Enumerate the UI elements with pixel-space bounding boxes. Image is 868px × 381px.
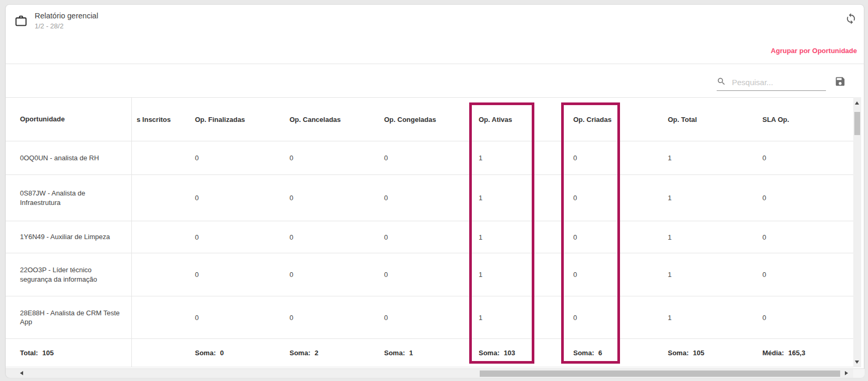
search-input[interactable] (731, 77, 826, 87)
cell-congeladas: 0 (375, 175, 469, 221)
footer-soma-ativas: Soma: 103 (469, 339, 564, 367)
cell-criadas: 0 (564, 141, 658, 174)
cell-criadas: 0 (564, 253, 658, 296)
footer-label: Soma: (290, 349, 311, 357)
table-row: 28E88H - Analista de CRM Teste App 0 0 0… (6, 296, 853, 339)
footer-soma-congeladas: Soma: 1 (375, 339, 469, 367)
first-column-separator (131, 97, 132, 367)
cell-oportunidade: 22OO3P - Líder técnico segurança da info… (6, 253, 131, 296)
cell-sla: 0 (753, 175, 848, 221)
cell-sla: 0 (753, 141, 848, 174)
cell-finalizadas: 0 (185, 175, 280, 221)
cell-sla: 0 (753, 253, 848, 296)
column-header-inscritos: s Inscritos (131, 98, 185, 141)
footer-label: Média: (762, 349, 784, 357)
column-header-op-canceladas: Op. Canceladas (280, 98, 375, 141)
column-header-op-ativas: Op. Ativas (469, 98, 564, 141)
refresh-button[interactable] (842, 11, 859, 27)
cell-criadas: 0 (564, 221, 658, 253)
search-field[interactable] (717, 74, 826, 91)
table-header-row: Oportunidade s Inscritos Op. Finalizadas… (6, 97, 853, 141)
column-header-op-finalizadas: Op. Finalizadas (185, 98, 280, 141)
cell-oportunidade: 28E88H - Analista de CRM Teste App (6, 296, 131, 338)
cell-finalizadas: 0 (185, 296, 280, 338)
footer-soma-canceladas: Soma: 2 (280, 339, 375, 367)
cell-ativas: 1 (469, 221, 564, 253)
footer-soma-criadas: Soma: 6 (564, 339, 658, 367)
footer-value: 0 (220, 349, 224, 357)
footer-soma-finalizadas: Soma: 0 (185, 339, 280, 367)
column-header-op-congeladas: Op. Congeladas (375, 98, 469, 141)
footer-value: 2 (315, 349, 318, 357)
column-header-sla-op: SLA Op. (753, 98, 848, 141)
cell-sla: 0 (753, 221, 848, 253)
vertical-scrollbar[interactable] (853, 97, 861, 367)
cell-inscritos (131, 221, 185, 253)
footer-value: 165,3 (788, 349, 805, 357)
cell-inscritos (131, 141, 185, 174)
cell-finalizadas: 0 (185, 253, 280, 296)
footer-inscritos (131, 339, 185, 367)
group-by-opportunity-link[interactable]: Agrupar por Oportunidade (771, 47, 857, 55)
cell-canceladas: 0 (280, 296, 375, 338)
report-card: Relatório gerencial 1/2 - 28/2 Agrupar p… (5, 4, 864, 377)
page-title: Relatório gerencial (35, 12, 98, 20)
footer-label: Soma: (573, 349, 594, 357)
cell-canceladas: 0 (280, 253, 375, 296)
cell-total: 1 (658, 253, 753, 296)
footer-total: Total: 105 (6, 339, 131, 367)
vertical-scrollbar-thumb[interactable] (854, 112, 860, 135)
footer-label: Soma: (195, 349, 216, 357)
footer-soma-total: Soma: 105 (658, 339, 753, 367)
save-button[interactable] (831, 73, 849, 91)
table-row: 1Y6N49 - Auxiliar de Limpeza 0 0 0 1 0 1… (6, 221, 853, 253)
cell-inscritos (131, 296, 185, 338)
scroll-up-arrow-icon[interactable] (855, 101, 859, 105)
cell-inscritos (131, 175, 185, 221)
scroll-down-arrow-icon[interactable] (855, 361, 859, 364)
scroll-right-arrow-icon[interactable] (845, 371, 848, 375)
horizontal-scrollbar[interactable] (6, 368, 865, 378)
cell-criadas: 0 (564, 175, 658, 221)
footer-label: Soma: (668, 349, 689, 357)
footer-value: 103 (504, 349, 515, 357)
scrollbar-corner (853, 369, 864, 378)
cell-congeladas: 0 (375, 253, 469, 296)
table-footer-row: Total: 105 Soma: 0 Soma: 2 Soma: 1 Soma: (6, 339, 853, 367)
cell-criadas: 0 (564, 296, 658, 338)
column-header-op-criadas: Op. Criadas (564, 98, 658, 141)
cell-ativas: 1 (469, 141, 564, 174)
cell-oportunidade: 0S87JW - Analista de Infraestrutura (6, 175, 131, 221)
save-icon (834, 81, 846, 89)
header-divider (6, 64, 864, 64)
footer-label: Soma: (479, 349, 500, 357)
scroll-left-arrow-icon[interactable] (20, 371, 23, 375)
cell-total: 1 (658, 175, 753, 221)
table-row: 0S87JW - Analista de Infraestrutura 0 0 … (6, 175, 853, 221)
table-row: 0OQ0UN - analista de RH 0 0 0 1 0 1 0 (6, 141, 853, 175)
date-range: 1/2 - 28/2 (35, 22, 64, 30)
column-header-oportunidade: Oportunidade (6, 98, 131, 141)
report-table: Oportunidade s Inscritos Op. Finalizadas… (6, 97, 853, 367)
cell-oportunidade: 1Y6N49 - Auxiliar de Limpeza (6, 221, 131, 253)
cell-ativas: 1 (469, 175, 564, 221)
cell-total: 1 (658, 296, 753, 338)
cell-total: 1 (658, 141, 753, 174)
cell-finalizadas: 0 (185, 141, 280, 174)
footer-value: 6 (598, 349, 602, 357)
horizontal-scrollbar-thumb[interactable] (480, 370, 840, 377)
cell-congeladas: 0 (375, 296, 469, 338)
cell-finalizadas: 0 (185, 221, 280, 253)
footer-label: Total: (20, 348, 38, 358)
footer-media-sla: Média: 165,3 (753, 339, 848, 367)
refresh-icon (845, 18, 857, 26)
footer-label: Soma: (384, 349, 405, 357)
cell-congeladas: 0 (375, 141, 469, 174)
cell-canceladas: 0 (280, 221, 375, 253)
footer-value: 1 (409, 349, 413, 357)
footer-value: 105 (693, 349, 705, 357)
cell-total: 1 (658, 221, 753, 253)
cell-ativas: 1 (469, 296, 564, 338)
footer-value: 105 (42, 348, 54, 358)
cell-oportunidade: 0OQ0UN - analista de RH (6, 141, 131, 174)
